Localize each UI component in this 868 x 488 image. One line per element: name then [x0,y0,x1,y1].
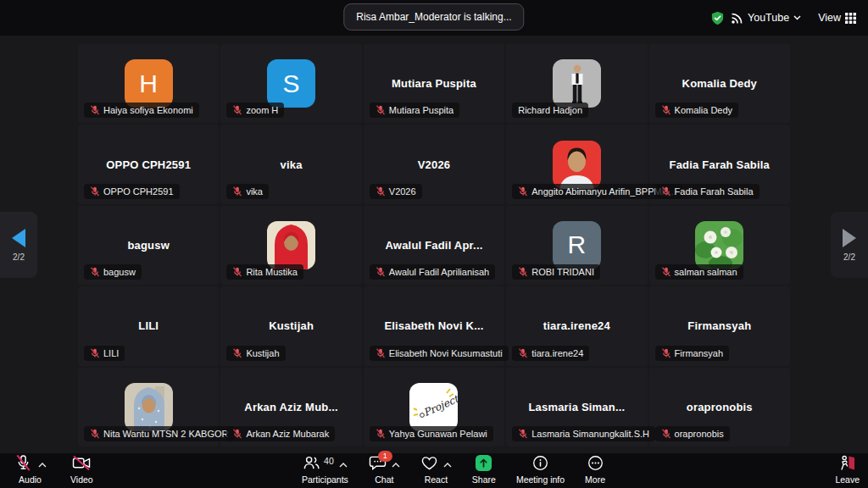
participant-tile[interactable]: R ROBI TRIDANI [506,206,647,285]
video-button[interactable]: Video [70,456,93,485]
previous-page-button[interactable]: 2/2 [0,212,37,278]
shield-check-icon[interactable] [710,11,725,25]
participant-name-chip: Mutiara Puspita [370,103,459,118]
participant-tile[interactable]: Nita Wantu MTSN 2 KABGOR [78,368,219,446]
meeting-toolbar: Audio Video [0,453,868,488]
share-button[interactable]: Share [472,456,496,485]
participant-name-chip: orapronobis [655,426,730,441]
participant-tile[interactable]: Kustijah Kustijah [220,286,361,365]
participants-icon [303,455,320,474]
page-indicator: 2/2 [13,252,25,262]
participant-center-name: Elisabeth Novi K... [384,319,483,332]
participant-name-chip: Richard Hadjon [512,103,588,118]
participant-tile[interactable]: Arkan Aziz Mub... Arkan Aziz Mubarak [220,368,361,446]
participant-tile[interactable]: Komalia Dedy Komalia Dedy [649,44,790,123]
blue-hijab-photo [125,383,173,431]
chevron-right-icon [843,229,856,247]
audio-button[interactable]: Audio [14,456,47,485]
participant-tile[interactable]: S zoom H [220,44,361,123]
tile-center [125,383,173,431]
participant-center-name: orapronobis [687,401,753,413]
participant-tile[interactable]: Richard Hadjon [506,44,647,123]
participant-tile[interactable]: orapronobis orapronobis [649,368,790,446]
avatar-initial: S [267,59,315,108]
mic-off-icon [14,454,33,475]
avatar-initial: H [125,59,173,108]
livestream-service-label: YouTube [748,12,789,24]
mic-muted-icon [661,267,671,277]
participant-tile[interactable]: bagusw bagusw [78,206,219,285]
chat-options-caret[interactable] [392,463,400,468]
top-bar: Risa Ambar_Moderator is talking... YouTu… [0,0,868,36]
participant-tile[interactable]: Mutiara Puspita Mutiara Puspita [364,44,504,123]
participant-tile[interactable]: Elisabeth Novi K... Elisabeth Novi Kusum… [364,286,504,365]
more-button[interactable]: More [585,456,605,485]
participant-tile[interactable]: salman salman [649,206,790,285]
tile-center [267,221,315,269]
livestream-dropdown[interactable]: YouTube [731,12,801,25]
participant-center-name: Kustijah [269,319,314,332]
participants-label: Participants [302,474,348,485]
participant-tile[interactable]: Anggito Abimanyu Arifin_BPPMH... [506,125,647,203]
participant-tile[interactable]: OPPO CPH2591 OPPO CPH2591 [78,125,219,203]
participants-button[interactable]: 40 Participants [302,456,348,485]
participant-center-name: vika [281,158,303,171]
share-screen-icon [475,454,492,475]
participant-name-chip: Yahya Gunawan Pelawi [370,426,493,441]
tile-center: Project [409,383,458,431]
audio-options-caret[interactable] [38,463,47,468]
tile-center: Kustijah [269,319,314,332]
participant-center-name: OPPO CPH2591 [106,158,191,171]
participants-options-caret[interactable] [339,463,348,468]
participant-tile[interactable]: H Haiya sofiya Ekonomi [78,44,219,123]
mic-muted-icon [90,267,100,277]
participant-center-name: Lasmaria Siman... [528,401,625,413]
tile-center: V2026 [418,158,451,171]
participant-tile[interactable]: tiara.irene24 tiara.irene24 [506,286,647,365]
leave-button[interactable]: Leave [835,456,860,485]
participant-center-name: Firmansyah [687,319,751,332]
mic-muted-icon [232,186,242,197]
tile-center: Firmansyah [687,319,751,332]
tile-center: Lasmaria Siman... [528,401,625,413]
react-button[interactable]: React [420,456,452,485]
participant-tile[interactable]: Fadia Farah Sabila Fadia Farah Sabila [649,125,790,203]
participant-name-label: Firmansyah [675,348,723,358]
participant-tile[interactable]: V2026 V2026 [364,125,504,203]
participant-tile[interactable]: Firmansyah Firmansyah [649,286,790,365]
participant-tile[interactable]: Awalul Fadil Apr... Awalul Fadil Aprilia… [364,206,504,285]
mic-muted-icon [232,105,242,115]
participant-name-label: Richard Hadjon [518,105,582,115]
avatar-initial: R [553,221,601,269]
stream-controls: YouTube View [710,0,856,36]
tile-center: Komalia Dedy [682,77,757,90]
react-options-caret[interactable] [443,463,452,468]
participant-name-chip: Nita Wantu MTSN 2 KABGOR [84,426,235,441]
participant-tile[interactable]: Project Yahya Gunawan Pelawi [364,368,504,446]
participant-grid: H Haiya sofiya Ekonomi S [78,44,790,446]
participant-name-label: OPPO CPH2591 [103,186,174,197]
chat-button[interactable]: 1 Chat [369,456,400,485]
participant-center-name: tiara.irene24 [543,319,610,332]
participant-name-chip: V2026 [370,184,422,199]
participant-tile[interactable]: vika vika [220,125,361,203]
mic-muted-icon [661,186,671,197]
tile-center: LILI [138,319,159,332]
view-button[interactable]: View [818,12,856,24]
ellipsis-icon [587,455,604,474]
toolbar-center-group: 40 Participants 1 [302,456,605,485]
participant-name-label: Awalul Fadil Aprilianisah [389,267,489,277]
participant-name-label: Fadia Farah Sabila [675,186,754,197]
next-page-button[interactable]: 2/2 [831,212,868,278]
participant-tile[interactable]: Rita Mustika [220,206,361,285]
meeting-info-button[interactable]: Meeting info [516,456,565,485]
participant-center-name: Fadia Farah Sabila [670,158,770,171]
gallery-grid-icon [845,13,856,24]
participant-tile[interactable]: Lasmaria Siman... Lasmaria Simanungkalit… [506,368,647,446]
mic-muted-icon [518,267,528,277]
mic-muted-icon [376,105,386,115]
participant-tile[interactable]: LILI LILI [78,286,219,365]
tile-center: OPPO CPH2591 [106,158,191,171]
participant-name-label: Kustijah [246,348,279,358]
participant-name-label: Rita Mustika [246,267,298,277]
